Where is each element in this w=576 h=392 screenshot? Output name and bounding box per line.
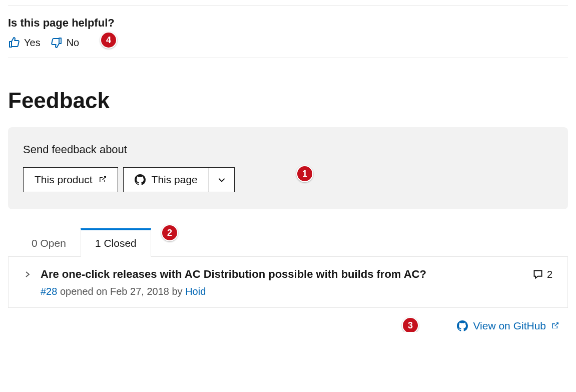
thumbs-down-icon xyxy=(51,37,63,49)
no-label: No xyxy=(67,37,80,49)
comment-icon xyxy=(533,269,543,279)
issues-list: Are one-click releases with AC Distribut… xyxy=(8,256,568,308)
issue-comments[interactable]: 2 xyxy=(533,269,552,280)
callout-marker-3: 3 xyxy=(402,317,419,332)
issue-author[interactable]: Hoid xyxy=(185,286,206,297)
this-product-label: This product xyxy=(35,174,93,186)
yes-button[interactable]: Yes xyxy=(8,37,41,49)
github-icon xyxy=(457,320,468,331)
no-button[interactable]: No xyxy=(51,37,80,49)
this-page-label: This page xyxy=(152,174,198,186)
issue-comment-count: 2 xyxy=(547,269,552,280)
issue-opened-text: opened on Feb 27, 2018 by xyxy=(57,286,185,297)
external-link-icon xyxy=(551,322,559,330)
issue-title[interactable]: Are one-click releases with AC Distribut… xyxy=(41,268,524,281)
issue-meta: #28 opened on Feb 27, 2018 by Hoid xyxy=(41,286,552,297)
issue-item: Are one-click releases with AC Distribut… xyxy=(9,257,567,307)
callout-marker-1: 1 xyxy=(296,165,313,182)
issue-number[interactable]: #28 xyxy=(41,286,57,297)
callout-marker-2: 2 xyxy=(161,224,178,241)
this-product-button[interactable]: This product xyxy=(23,167,118,192)
thumbs-up-icon xyxy=(8,37,20,49)
callout-marker-4: 4 xyxy=(100,32,117,49)
divider-top xyxy=(8,5,568,6)
this-page-button[interactable]: This page xyxy=(123,167,209,192)
page-helpful-section: Is this page helpful? Yes No 4 xyxy=(8,17,568,49)
view-on-github-label: View on GitHub xyxy=(473,320,546,332)
tab-closed[interactable]: 1 Closed xyxy=(81,228,151,257)
view-on-github-link[interactable]: View on GitHub xyxy=(457,320,559,332)
chevron-right-icon[interactable] xyxy=(24,270,32,278)
divider-after-helpful xyxy=(8,58,568,58)
page-helpful-heading: Is this page helpful? xyxy=(8,17,568,30)
this-page-dropdown[interactable] xyxy=(209,167,235,192)
send-feedback-box: Send feedback about This product This pa… xyxy=(8,127,568,209)
chevron-down-icon xyxy=(217,175,226,184)
issue-tabs: 0 Open 1 Closed 2 xyxy=(17,228,568,257)
tab-open[interactable]: 0 Open xyxy=(17,230,81,257)
feedback-heading: Feedback xyxy=(8,88,568,113)
github-icon xyxy=(135,174,146,185)
yes-label: Yes xyxy=(24,37,41,49)
send-feedback-label: Send feedback about xyxy=(23,143,553,156)
external-link-icon xyxy=(99,176,107,184)
